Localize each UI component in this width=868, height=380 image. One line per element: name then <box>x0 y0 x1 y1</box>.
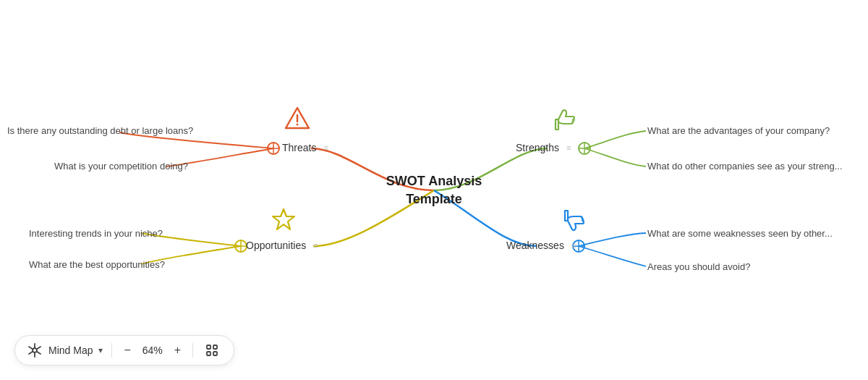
strengths-leaf-1[interactable]: What are the advantages of your company? <box>647 125 830 136</box>
toolbar: Mind Map ▾ − 64% + <box>14 335 234 366</box>
chevron-down-icon[interactable]: ▾ <box>98 345 103 355</box>
fit-screen-button[interactable] <box>202 342 222 359</box>
strengths-icon <box>550 105 579 137</box>
svg-rect-24 <box>213 345 217 349</box>
threats-menu[interactable]: ≡ <box>323 143 328 152</box>
svg-point-14 <box>297 124 299 126</box>
threats-leaf-1[interactable]: Is there any outstanding debt or large l… <box>7 125 193 136</box>
svg-line-22 <box>37 347 41 350</box>
opportunities-icon <box>270 206 297 237</box>
weaknesses-menu[interactable]: ≡ <box>571 241 576 250</box>
svg-line-20 <box>37 352 41 355</box>
opportunities-node[interactable]: Opportunities ≡ <box>246 240 318 251</box>
weaknesses-label: Weaknesses <box>506 240 564 251</box>
center-line2: Template <box>406 192 462 206</box>
threats-leaf-2[interactable]: What is your competition doing? <box>54 161 188 172</box>
mode-section: Mind Map ▾ <box>27 342 103 358</box>
svg-rect-26 <box>213 352 217 355</box>
svg-rect-23 <box>207 345 210 349</box>
divider-2 <box>192 343 193 358</box>
mode-label: Mind Map <box>48 345 93 356</box>
strengths-node[interactable]: Strengths ≡ <box>516 142 571 153</box>
center-node[interactable]: SWOT Analysis Template <box>386 172 482 208</box>
weaknesses-leaf-1[interactable]: What are some weaknesses seen by other..… <box>647 228 833 239</box>
svg-point-3 <box>579 143 590 154</box>
svg-rect-25 <box>207 352 210 355</box>
zoom-out-button[interactable]: − <box>121 342 133 358</box>
opportunities-leaf-1[interactable]: Interesting trends in your niche? <box>29 228 163 239</box>
strengths-leaf-2[interactable]: What do other companies see as your stre… <box>647 161 843 172</box>
svg-point-6 <box>235 240 247 252</box>
threats-node[interactable]: Threats ≡ <box>282 142 328 153</box>
strengths-label: Strengths <box>516 142 559 153</box>
weaknesses-leaf-2[interactable]: Areas you should avoid? <box>647 261 750 272</box>
threats-label: Threats <box>282 142 316 153</box>
divider-1 <box>111 343 112 358</box>
weaknesses-icon <box>559 206 588 238</box>
mindmap-icon <box>27 342 43 358</box>
threats-icon <box>284 105 310 134</box>
zoom-level: 64% <box>140 345 166 356</box>
opportunities-label: Opportunities <box>246 240 306 251</box>
svg-marker-15 <box>273 209 294 229</box>
svg-point-0 <box>268 143 279 154</box>
opportunities-menu[interactable]: ≡ <box>313 241 318 250</box>
svg-line-19 <box>29 347 33 350</box>
svg-line-21 <box>29 352 33 355</box>
zoom-in-button[interactable]: + <box>171 342 184 358</box>
center-line1: SWOT Analysis <box>386 174 482 188</box>
zoom-section: − 64% + <box>121 342 184 358</box>
fit-icon <box>205 343 219 358</box>
strengths-menu[interactable]: ≡ <box>566 143 571 152</box>
canvas: SWOT Analysis Template Threats ≡ <box>0 0 868 380</box>
weaknesses-node[interactable]: Weaknesses ≡ <box>506 240 576 251</box>
opportunities-leaf-2[interactable]: What are the best opportunities? <box>29 259 165 270</box>
